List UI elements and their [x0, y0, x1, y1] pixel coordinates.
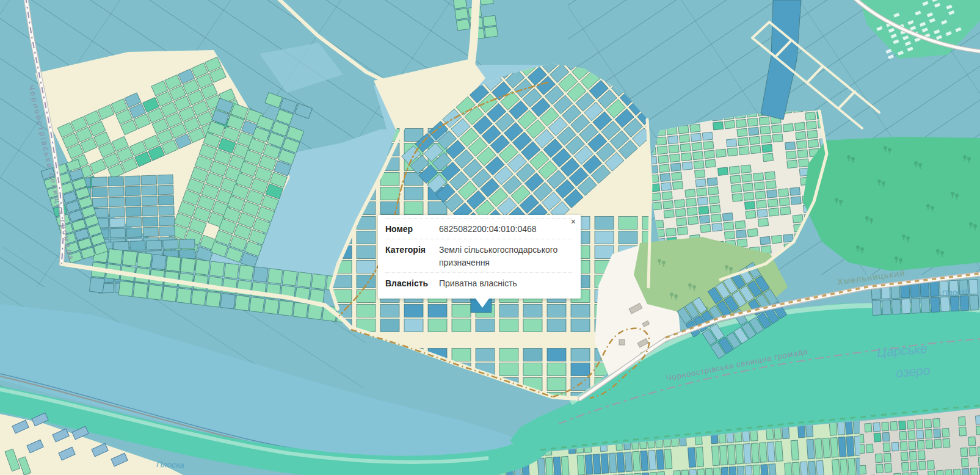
parcel[interactable]	[547, 378, 566, 391]
parcel[interactable]	[848, 459, 855, 475]
parcel[interactable]	[916, 430, 924, 439]
parcel[interactable]	[92, 198, 108, 208]
parcel[interactable]	[142, 206, 158, 216]
parcel[interactable]	[832, 459, 840, 475]
parcel[interactable]	[737, 466, 745, 475]
parcel[interactable]	[264, 299, 279, 314]
parcel[interactable]	[840, 459, 848, 475]
parcel[interactable]	[692, 151, 703, 160]
parcel[interactable]	[357, 231, 376, 244]
parcel[interactable]	[815, 438, 822, 459]
parcel[interactable]	[962, 468, 969, 475]
parcel[interactable]	[709, 196, 719, 205]
parcel[interactable]	[673, 471, 681, 475]
parcel[interactable]	[711, 446, 719, 466]
parcel[interactable]	[158, 185, 174, 195]
parcel[interactable]	[690, 124, 700, 132]
parcel[interactable]	[746, 211, 756, 219]
parcel[interactable]	[642, 473, 650, 475]
parcel[interactable]	[235, 295, 250, 311]
parcel[interactable]	[908, 430, 915, 440]
parcel[interactable]	[657, 146, 667, 154]
parcel[interactable]	[695, 170, 705, 178]
parcel[interactable]	[357, 305, 376, 317]
parcel[interactable]	[428, 202, 447, 215]
parcel[interactable]	[738, 137, 748, 146]
parcel[interactable]	[753, 465, 761, 475]
parcel[interactable]	[453, 0, 466, 9]
parcel[interactable]	[660, 173, 670, 182]
parcel[interactable]	[783, 123, 793, 132]
parcel[interactable]	[147, 240, 162, 250]
parcel[interactable]	[561, 456, 569, 475]
parcel[interactable]	[141, 175, 157, 185]
parcel[interactable]	[759, 117, 769, 125]
parcel[interactable]	[571, 305, 590, 317]
parcel[interactable]	[921, 298, 930, 313]
parcel[interactable]	[682, 162, 692, 170]
parcel[interactable]	[885, 463, 892, 473]
parcel[interactable]	[940, 297, 949, 312]
parcel[interactable]	[158, 195, 174, 205]
parcel[interactable]	[808, 139, 818, 148]
parcel[interactable]	[669, 145, 679, 153]
parcel[interactable]	[456, 19, 470, 31]
parcel[interactable]	[743, 443, 751, 463]
parcel[interactable]	[625, 452, 633, 472]
parcel[interactable]	[757, 209, 768, 218]
parcel[interactable]	[882, 432, 890, 441]
parcel[interactable]	[666, 228, 676, 236]
parcel[interactable]	[191, 290, 206, 306]
parcel[interactable]	[499, 349, 518, 361]
parcel[interactable]	[664, 210, 674, 219]
parcel[interactable]	[404, 187, 423, 200]
parcel[interactable]	[674, 200, 684, 208]
popup-close-button[interactable]: ×	[571, 217, 576, 226]
parcel[interactable]	[545, 457, 553, 475]
parcel[interactable]	[791, 440, 799, 460]
parcel[interactable]	[476, 349, 495, 361]
parcel[interactable]	[791, 197, 801, 205]
parcel[interactable]	[680, 143, 691, 152]
parcel[interactable]	[670, 154, 680, 162]
parcel[interactable]	[760, 236, 771, 245]
parcel[interactable]	[249, 297, 264, 313]
parcel[interactable]	[712, 223, 722, 231]
parcel[interactable]	[866, 444, 873, 453]
parcel[interactable]	[672, 181, 683, 190]
parcel[interactable]	[404, 319, 423, 332]
parcel[interactable]	[125, 176, 140, 186]
parcel[interactable]	[780, 207, 791, 216]
parcel[interactable]	[126, 228, 142, 238]
parcel[interactable]	[793, 215, 803, 223]
parcel[interactable]	[311, 274, 327, 289]
parcel[interactable]	[659, 164, 669, 173]
parcel[interactable]	[428, 305, 447, 317]
parcel[interactable]	[142, 196, 158, 206]
parcel[interactable]	[452, 319, 471, 332]
parcel[interactable]	[783, 234, 793, 242]
parcel[interactable]	[126, 207, 142, 217]
parcel[interactable]	[917, 440, 924, 449]
parcel[interactable]	[753, 173, 764, 181]
parcel[interactable]	[593, 454, 601, 474]
parcel[interactable]	[736, 119, 746, 128]
parcel[interactable]	[648, 450, 656, 470]
parcel[interactable]	[239, 265, 254, 281]
parcel[interactable]	[523, 319, 542, 332]
parcel[interactable]	[925, 429, 932, 438]
parcel[interactable]	[553, 457, 561, 475]
parcel[interactable]	[595, 231, 614, 244]
parcel[interactable]	[729, 166, 739, 175]
parcel[interactable]	[713, 121, 724, 130]
parcel[interactable]	[876, 464, 884, 473]
parcel[interactable]	[717, 167, 728, 176]
parcel[interactable]	[924, 419, 932, 428]
parcel[interactable]	[109, 187, 125, 197]
parcel[interactable]	[677, 217, 687, 226]
parcel[interactable]	[927, 460, 934, 470]
parcel[interactable]	[771, 235, 782, 244]
parcel[interactable]	[142, 217, 158, 227]
parcel[interactable]	[499, 363, 518, 376]
parcel[interactable]	[901, 452, 908, 461]
